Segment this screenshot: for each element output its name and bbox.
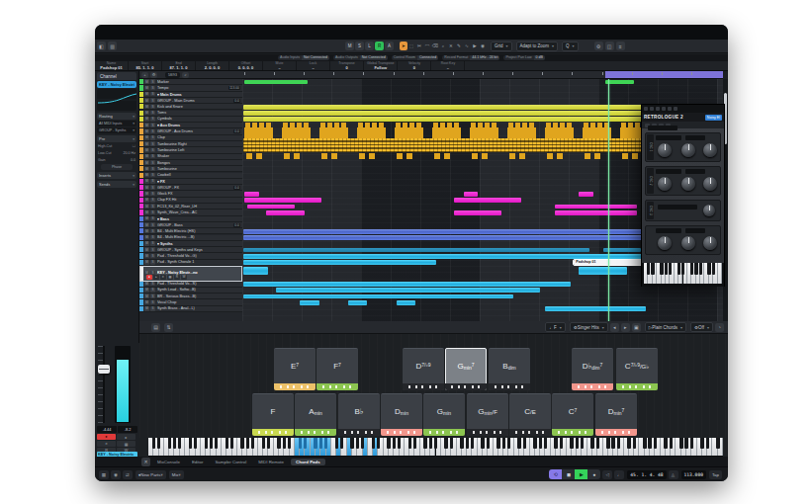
solo-button[interactable]: S [150,98,155,103]
piano-key-black[interactable] [361,438,364,449]
track-filter-icon[interactable]: ⚙ [150,72,157,78]
solo-button[interactable]: S [150,222,155,227]
mute-button[interactable]: M [144,123,149,127]
mute-button[interactable]: M [144,235,149,240]
piano-key-black[interactable] [707,263,710,275]
solo-button[interactable]: S [150,86,155,91]
piano-key-black[interactable] [299,438,302,449]
piano-key-black[interactable] [690,263,693,275]
piano-key-black[interactable] [194,438,197,449]
midi-event[interactable] [555,210,637,215]
piano-key-black[interactable] [554,438,557,449]
mute-button[interactable]: M [144,306,149,311]
grid-type-dropdown[interactable]: Grid▾ [491,42,512,51]
plugin-preset-button[interactable]: Noisy El [705,115,722,121]
plugin-window-chrome[interactable] [642,105,724,113]
channel-eq-curve[interactable] [97,89,136,111]
mute-button[interactable]: M [144,260,149,265]
tab-editor[interactable]: Editor [187,459,208,465]
midi-event[interactable] [266,210,305,215]
piano-key-black[interactable] [684,438,687,449]
piano-key-black[interactable] [324,438,327,449]
piano-key-black[interactable] [576,438,579,449]
piano-key-black[interactable] [450,438,453,449]
piano-key-black[interactable] [152,438,155,449]
midi-event[interactable] [454,210,502,215]
piano-key-black[interactable] [189,438,192,449]
piano-key-black[interactable] [670,438,673,449]
piano-key-black[interactable] [283,438,286,449]
info-field[interactable]: Start85. 1. 1. 0 [129,61,162,70]
player-mode-dropdown[interactable]: ▷ Plain Chords▾ [645,322,686,332]
piano-key-black[interactable] [173,438,176,449]
tension-knob[interactable]: ◔ [715,323,724,332]
cycle-region[interactable] [605,71,723,79]
time-format-icon[interactable]: ♩ [614,470,624,479]
piano-key-black[interactable] [627,438,630,449]
plugin-display[interactable] [656,228,681,233]
midi-event[interactable] [300,300,318,305]
midi-event[interactable] [243,248,589,253]
piano-key-black[interactable] [643,438,646,449]
edit-channel-icon[interactable]: e [97,441,116,447]
piano-key-black[interactable] [466,438,469,449]
plugin-knob[interactable] [703,143,717,157]
piano-key-black[interactable] [393,438,396,449]
read-automation-icon[interactable]: R [174,275,180,280]
piano-key-black[interactable] [544,438,547,449]
high-cut-row[interactable]: High-Cut☐ [97,143,136,149]
solo-button[interactable]: S [150,210,155,215]
freeze-icon[interactable]: ▦ [117,441,135,447]
monitor-icon[interactable]: ▸ [117,434,135,440]
piano-key-black[interactable] [413,438,416,449]
mute-button[interactable]: M [144,173,149,178]
mute-button[interactable]: M [144,148,149,153]
chord-pad-E7[interactable]: E7 [274,348,316,390]
solo-all-button[interactable]: S [355,42,364,50]
solo-button[interactable]: S [150,306,155,311]
tab-mixconsole[interactable]: MixConsole [152,459,185,465]
piano-key-black[interactable] [694,263,697,275]
color-tool[interactable]: ◉ [479,42,487,50]
solo-button[interactable]: S [150,135,155,140]
piano-key-black[interactable] [669,263,672,275]
midi-event[interactable] [579,192,593,197]
volume-fader[interactable] [98,365,110,374]
mute-button[interactable]: M [144,111,149,116]
midi-event[interactable] [244,192,259,197]
input-routing-dropdown[interactable]: All MIDI Inputs▾ [97,121,136,126]
mute-button[interactable]: M [144,288,149,293]
solo-button[interactable]: S [150,141,155,146]
piano-key-black[interactable] [606,438,609,449]
draw-tool[interactable]: ✎ [455,42,463,50]
info-field[interactable]: End87. 1. 1. 0 [162,61,196,70]
mute-button[interactable]: M [144,185,149,190]
record-button[interactable]: ● [587,469,600,479]
record-arm-icon[interactable]: ● [146,275,152,280]
solo-button[interactable]: S [150,288,155,293]
layout-icon[interactable]: ◫ [605,42,614,50]
plugin-knob[interactable] [681,236,695,250]
close-lower-zone-icon[interactable]: ✕ [141,458,150,466]
jog-left-icon[interactable]: ◁ [602,470,612,479]
piano-key-black[interactable] [304,438,307,449]
position-display[interactable]: 45. 1. 4. 48 [627,470,666,479]
solo-button[interactable]: S [150,117,155,122]
tempo-display[interactable]: 113.000 [681,470,706,479]
piano-key-black[interactable] [178,438,181,449]
info-field[interactable]: Mute– [263,61,297,70]
piano-key-black[interactable] [288,438,291,449]
plugin-keyboard[interactable] [642,263,724,287]
plugin-display[interactable] [685,169,705,174]
solo-button[interactable]: S [150,229,155,234]
mute-button[interactable]: M [144,254,149,259]
line-tool[interactable]: ∿ [463,42,471,50]
section-routing[interactable]: Routing▾ [97,113,136,120]
write-automation-icon[interactable]: W [181,275,187,280]
piano-key-black[interactable] [481,438,484,449]
solo-button[interactable]: S [150,105,155,110]
mute-button[interactable]: M [144,247,149,252]
cycle-button[interactable]: ⟲ [549,469,562,479]
piano-key-black[interactable] [205,438,208,449]
mute-button[interactable]: M [144,135,149,140]
